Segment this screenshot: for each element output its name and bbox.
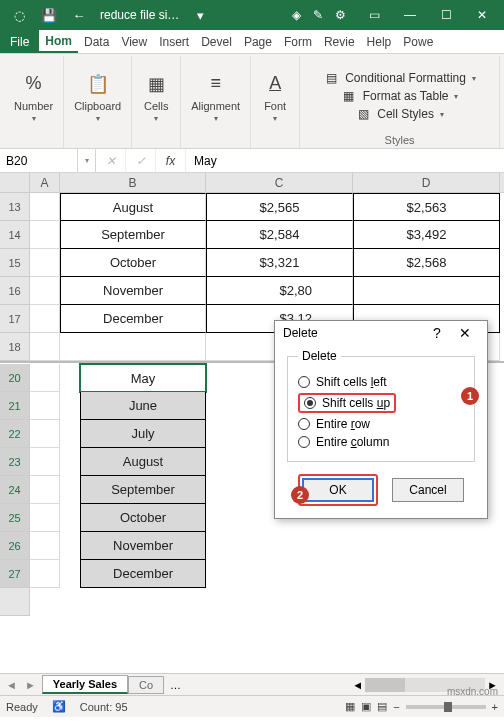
cell[interactable]: August [60, 193, 206, 221]
cell[interactable]: July [80, 420, 206, 448]
cell[interactable]: $2,584 [206, 221, 353, 249]
cell[interactable] [30, 420, 60, 448]
cell[interactable] [30, 504, 60, 532]
cell[interactable]: $2,80 [206, 277, 353, 305]
cell[interactable]: September [60, 221, 206, 249]
cell[interactable]: $3,492 [353, 221, 500, 249]
zoom-out-icon[interactable]: − [393, 701, 399, 713]
cell[interactable]: November [80, 532, 206, 560]
cell[interactable]: June [80, 392, 206, 420]
row-head[interactable]: 14 [0, 221, 30, 249]
pen-icon[interactable]: ✎ [313, 8, 323, 22]
select-all-corner[interactable] [0, 173, 30, 192]
cell[interactable]: $3,321 [206, 249, 353, 277]
cancel-formula-icon[interactable]: ✕ [96, 149, 126, 172]
cells-button[interactable]: ▦Cells▾ [142, 70, 170, 123]
zoom-in-icon[interactable]: + [492, 701, 498, 713]
sheet-prev-icon[interactable]: ◄ [6, 679, 17, 691]
cell[interactable] [30, 305, 60, 333]
row-head[interactable]: 13 [0, 193, 30, 221]
close-icon[interactable]: ✕ [464, 0, 500, 30]
cell[interactable]: $2,565 [206, 193, 353, 221]
row-head[interactable]: 15 [0, 249, 30, 277]
cell[interactable] [30, 333, 60, 361]
format-as-table[interactable]: ▦Format as Table ▾ [341, 88, 459, 104]
row-head[interactable]: 16 [0, 277, 30, 305]
tab-view[interactable]: View [115, 30, 153, 53]
row-head[interactable]: 23 [0, 448, 30, 476]
autosave-toggle[interactable]: ◌ [4, 0, 34, 30]
row-head[interactable]: 20 [0, 364, 30, 392]
row-head[interactable]: 18 [0, 333, 30, 361]
cell[interactable] [30, 193, 60, 221]
maximize-icon[interactable]: ☐ [428, 0, 464, 30]
cell[interactable]: $2,563 [353, 193, 500, 221]
clipboard-button[interactable]: 📋Clipboard▾ [74, 70, 121, 123]
scroll-thumb[interactable] [365, 678, 405, 692]
cell[interactable] [30, 560, 60, 588]
cell[interactable] [30, 249, 60, 277]
accessibility-icon[interactable]: ♿ [52, 700, 66, 713]
cell[interactable] [30, 277, 60, 305]
cell[interactable]: December [80, 560, 206, 588]
tab-insert[interactable]: Insert [153, 30, 195, 53]
sheet-tab-other[interactable]: Co [128, 676, 164, 694]
tab-power[interactable]: Powe [397, 30, 439, 53]
active-cell[interactable]: May [80, 364, 206, 392]
row-head[interactable]: 22 [0, 420, 30, 448]
col-D[interactable]: D [353, 173, 500, 192]
col-A[interactable]: A [30, 173, 60, 192]
cell-styles[interactable]: ▧Cell Styles ▾ [355, 106, 444, 122]
cell[interactable] [30, 392, 60, 420]
tab-help[interactable]: Help [361, 30, 398, 53]
save-icon[interactable]: 💾 [34, 0, 64, 30]
view-normal-icon[interactable]: ▦ [345, 700, 355, 713]
sheet-tab-active[interactable]: Yearly Sales [42, 675, 128, 694]
back-icon[interactable]: ← [64, 0, 94, 30]
tab-file[interactable]: File [0, 30, 39, 53]
row-head[interactable]: 25 [0, 504, 30, 532]
zoom-slider[interactable] [406, 705, 486, 709]
enter-formula-icon[interactable]: ✓ [126, 149, 156, 172]
scroll-left-icon[interactable]: ◄ [352, 679, 363, 691]
cell[interactable]: November [60, 277, 206, 305]
row-head[interactable]: 27 [0, 560, 30, 588]
tab-review[interactable]: Revie [318, 30, 361, 53]
minimize-icon[interactable]: — [392, 0, 428, 30]
formula-input[interactable]: May [186, 149, 504, 172]
zoom-knob[interactable] [444, 702, 452, 712]
tools-icon[interactable]: ⚙ [335, 8, 346, 22]
cell[interactable] [30, 448, 60, 476]
tab-data[interactable]: Data [78, 30, 115, 53]
cell[interactable]: December [60, 305, 206, 333]
conditional-formatting[interactable]: ▤Conditional Formatting ▾ [323, 70, 476, 86]
fx-icon[interactable]: fx [156, 149, 186, 172]
cancel-button[interactable]: Cancel [392, 478, 464, 502]
opt-shift-left[interactable]: Shift cells left [298, 375, 464, 389]
font-button[interactable]: AFont▾ [261, 70, 289, 123]
dialog-help-icon[interactable]: ? [423, 325, 451, 341]
tab-developer[interactable]: Devel [195, 30, 238, 53]
cell[interactable]: September [80, 476, 206, 504]
cell[interactable]: August [80, 448, 206, 476]
col-B[interactable]: B [60, 173, 206, 192]
dialog-close-icon[interactable]: ✕ [451, 325, 479, 341]
cell[interactable] [353, 277, 500, 305]
row-head[interactable]: 24 [0, 476, 30, 504]
cell[interactable]: October [60, 249, 206, 277]
title-dropdown[interactable]: ▾ [185, 0, 215, 30]
view-break-icon[interactable]: ▤ [377, 700, 387, 713]
cell[interactable] [30, 476, 60, 504]
alignment-button[interactable]: ≡Alignment▾ [191, 70, 240, 123]
row-head[interactable]: 17 [0, 305, 30, 333]
opt-entire-row[interactable]: Entire row [298, 417, 464, 431]
sheet-next-icon[interactable]: ► [25, 679, 36, 691]
row-head[interactable]: 26 [0, 532, 30, 560]
cell[interactable]: October [80, 504, 206, 532]
cell[interactable] [30, 221, 60, 249]
cell[interactable]: $2,568 [353, 249, 500, 277]
cell[interactable] [60, 333, 206, 361]
tab-home[interactable]: Hom [39, 30, 78, 53]
opt-entire-column[interactable]: Entire column [298, 435, 464, 449]
cell[interactable] [30, 364, 60, 392]
